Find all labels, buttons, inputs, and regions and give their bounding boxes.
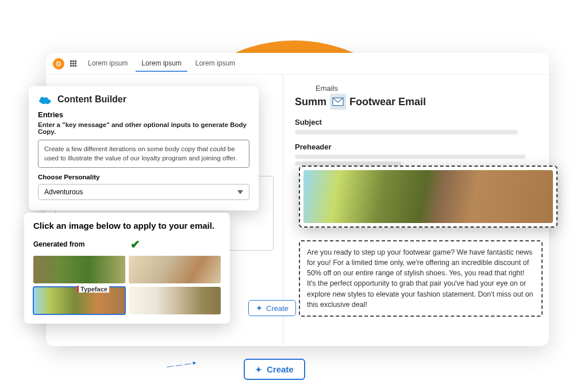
thumbnail-0[interactable] [33, 256, 125, 283]
avatar[interactable]: D [53, 58, 64, 70]
apps-icon[interactable] [70, 60, 76, 67]
chevron-down-icon [237, 190, 243, 194]
thumbnail-1[interactable] [129, 256, 221, 283]
emails-section-label: Emails [316, 84, 537, 93]
subject-label: Subject [295, 118, 537, 126]
salesforce-cloud-icon [38, 94, 53, 105]
email-title-right: Footwear Email [349, 96, 426, 108]
body-copy-text: Are you ready to step up your footwear g… [307, 247, 535, 310]
typeface-badge: Typeface [77, 286, 109, 293]
tab-2[interactable]: Lorem ipsum [190, 56, 241, 72]
personality-value: Adventurous [44, 188, 83, 196]
create-button-label: Create [267, 364, 294, 374]
tab-0[interactable]: Lorem ipsum [82, 56, 133, 72]
preheader-label: Preheader [295, 143, 537, 151]
image-picker-card: Click an image below to apply to your em… [24, 213, 230, 324]
topbar: D Lorem ipsum Lorem ipsum Lorem ipsum [46, 53, 549, 75]
hero-image [303, 170, 553, 223]
thumbnail-grid: Typeface [33, 256, 221, 314]
hero-image-frame[interactable] [299, 166, 558, 228]
entries-sub: Enter a "key message" and other optional… [38, 121, 249, 135]
personality-select[interactable]: Adventurous [38, 184, 249, 200]
sparkle-icon: ✦ [256, 303, 263, 313]
arrow-decoration: — — — ▸ [166, 358, 197, 370]
generated-from-label: Generated from [33, 240, 84, 248]
body-copy-frame[interactable]: Are you ready to step up your footwear g… [299, 240, 543, 317]
prompt-input[interactable]: Create a few different iterations on som… [38, 140, 249, 168]
thumbnail-3[interactable] [129, 287, 221, 314]
picker-title: Click an image below to apply to your em… [33, 221, 221, 230]
email-preview: Are you ready to step up your footwear g… [299, 166, 558, 317]
preheader-skeleton [295, 155, 537, 166]
tabs: Lorem ipsum Lorem ipsum Lorem ipsum [82, 56, 241, 72]
subject-skeleton [295, 130, 518, 134]
thumbnail-2[interactable]: Typeface [33, 287, 125, 314]
tab-1[interactable]: Lorem ipsum [136, 56, 187, 72]
builder-title: Content Builder [57, 94, 126, 105]
content-builder-card: Content Builder Entries Enter a "key mes… [29, 86, 259, 210]
envelope-icon [330, 94, 346, 110]
sparkle-icon: ✦ [255, 365, 262, 374]
personality-label: Choose Personality [38, 174, 249, 180]
email-title-left: Summ [295, 96, 326, 108]
entries-label: Entries [38, 110, 249, 119]
email-title-row: Summ Footwear Email [295, 94, 537, 110]
create-button[interactable]: ✦ Create [244, 359, 305, 380]
check-icon: ✔ [130, 237, 140, 251]
